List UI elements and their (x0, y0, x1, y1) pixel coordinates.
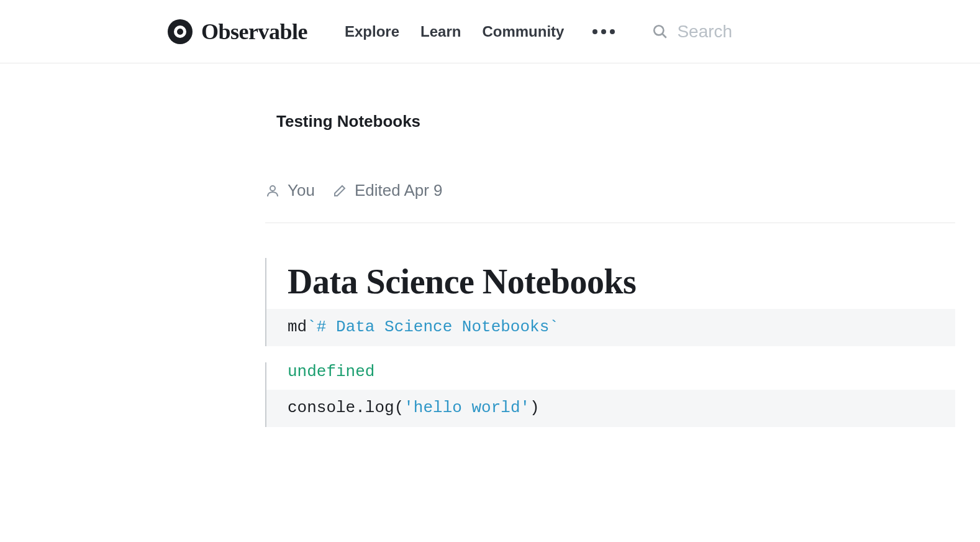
svg-point-0 (655, 25, 664, 35)
code-token-dot: . (355, 398, 365, 417)
breadcrumb[interactable]: Testing Notebooks (276, 112, 955, 131)
cell-markdown[interactable]: Data Science Notebooks md`# Data Science… (265, 258, 955, 346)
notebook-content: Testing Notebooks You Edited Apr 9 Data … (0, 63, 980, 427)
person-icon (265, 183, 280, 198)
nav-learn[interactable]: Learn (420, 23, 461, 40)
nav-explore[interactable]: Explore (345, 23, 399, 40)
cell-js[interactable]: undefined console.log('hello world') (265, 362, 955, 427)
edited-label: Edited Apr 9 (355, 181, 443, 200)
page-title: Data Science Notebooks (288, 262, 955, 301)
search-icon (652, 24, 668, 40)
edited-meta[interactable]: Edited Apr 9 (332, 181, 443, 200)
code-token-close: ) (530, 398, 540, 417)
more-menu-icon[interactable] (592, 29, 615, 34)
nav-community[interactable]: Community (482, 23, 564, 40)
svg-line-1 (663, 34, 667, 38)
cell-output: Data Science Notebooks (266, 258, 955, 309)
divider (265, 223, 955, 223)
logo[interactable]: Observable (168, 19, 307, 45)
code-token-template: `# Data Science Notebooks` (307, 318, 559, 336)
code-token-string: 'hello world' (404, 398, 530, 417)
pencil-icon (332, 183, 347, 198)
code-token-fn: log (365, 398, 394, 417)
brand-name: Observable (201, 19, 307, 45)
meta-row: You Edited Apr 9 (265, 181, 955, 200)
code-token-open: ( (394, 398, 404, 417)
search-button[interactable]: Search (652, 22, 732, 42)
main-nav: Explore Learn Community (345, 23, 615, 40)
author-meta[interactable]: You (265, 181, 315, 200)
logo-icon (168, 19, 193, 44)
cell-output-undefined: undefined (266, 362, 955, 390)
cell-code[interactable]: md`# Data Science Notebooks` (266, 309, 955, 346)
header: Observable Explore Learn Community Searc… (0, 0, 980, 63)
code-token-md: md (288, 318, 307, 336)
svg-point-2 (270, 186, 275, 191)
author-label: You (288, 181, 315, 200)
code-token-obj: console (288, 398, 355, 417)
search-placeholder: Search (677, 22, 732, 42)
cell-code[interactable]: console.log('hello world') (266, 390, 955, 427)
